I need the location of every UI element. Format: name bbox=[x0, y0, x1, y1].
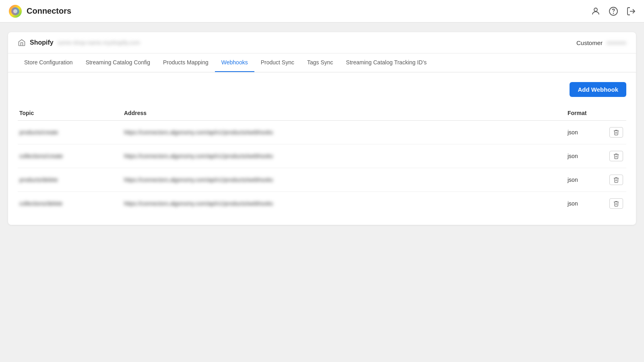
card-header-right: Customer xxxxxxx bbox=[576, 39, 626, 46]
tabs-bar: Store Configuration Streaming Catalog Co… bbox=[8, 53, 636, 72]
tab-streaming-catalog-tracking-ids[interactable]: Streaming Catalog Tracking ID's bbox=[340, 53, 433, 72]
card-header: Shopify some-shop-name.myshopify.com Cus… bbox=[8, 32, 636, 53]
home-icon[interactable] bbox=[18, 39, 26, 47]
cell-action bbox=[606, 168, 626, 192]
cell-topic: products/delete bbox=[18, 168, 122, 192]
tab-products-mapping[interactable]: Products Mapping bbox=[157, 53, 215, 72]
cell-address: https://connectors.algonomy.com/api/v1/p… bbox=[122, 168, 566, 192]
nav-left: Connectors bbox=[8, 4, 71, 19]
profile-icon[interactable] bbox=[591, 6, 601, 16]
tab-product-sync[interactable]: Product Sync bbox=[254, 53, 301, 72]
cell-format: json bbox=[566, 121, 606, 144]
col-header-action bbox=[606, 107, 626, 121]
webhooks-table: Topic Address Format products/createhttp… bbox=[18, 107, 626, 215]
table-header-row: Topic Address Format bbox=[18, 107, 626, 121]
cell-format: json bbox=[566, 192, 606, 216]
cell-address: https://connectors.algonomy.com/api/v1/p… bbox=[122, 144, 566, 168]
delete-webhook-button[interactable] bbox=[609, 198, 623, 209]
webhooks-toolbar: Add Webhook bbox=[18, 79, 626, 100]
cell-format: json bbox=[566, 168, 606, 192]
svg-point-2 bbox=[13, 9, 17, 13]
cell-action bbox=[606, 144, 626, 168]
tab-tags-sync[interactable]: Tags Sync bbox=[301, 53, 340, 72]
customer-label: Customer bbox=[576, 39, 603, 46]
tab-webhooks[interactable]: Webhooks bbox=[215, 53, 254, 72]
cell-format: json bbox=[566, 144, 606, 168]
svg-point-5 bbox=[613, 13, 614, 13]
main-area: Shopify some-shop-name.myshopify.com Cus… bbox=[0, 23, 644, 234]
col-header-address: Address bbox=[122, 107, 566, 121]
breadcrumb-sub: some-shop-name.myshopify.com bbox=[58, 39, 140, 46]
webhooks-content: Add Webhook Topic Address Format product… bbox=[8, 72, 636, 225]
tab-streaming-catalog-config[interactable]: Streaming Catalog Config bbox=[79, 53, 157, 72]
app-title: Connectors bbox=[27, 6, 71, 16]
table-row: products/createhttps://connectors.algono… bbox=[18, 121, 626, 144]
svg-point-3 bbox=[594, 8, 597, 11]
breadcrumb-shopify: Shopify bbox=[30, 39, 54, 46]
table-row: collections/deletehttps://connectors.alg… bbox=[18, 192, 626, 216]
tab-store-configuration[interactable]: Store Configuration bbox=[18, 53, 79, 72]
table-row: products/deletehttps://connectors.algono… bbox=[18, 168, 626, 192]
cell-action bbox=[606, 192, 626, 216]
nav-right bbox=[591, 6, 636, 16]
cell-topic: collections/delete bbox=[18, 192, 122, 216]
cell-address: https://connectors.algonomy.com/api/v1/p… bbox=[122, 192, 566, 216]
delete-webhook-button[interactable] bbox=[609, 127, 623, 138]
help-icon[interactable] bbox=[609, 6, 618, 16]
add-webhook-button[interactable]: Add Webhook bbox=[570, 82, 626, 97]
cell-address: https://connectors.algonomy.com/api/v1/p… bbox=[122, 121, 566, 144]
table-row: collections/createhttps://connectors.alg… bbox=[18, 144, 626, 168]
customer-value: xxxxxxx bbox=[607, 39, 626, 46]
cell-action bbox=[606, 121, 626, 144]
logout-icon[interactable] bbox=[626, 6, 636, 16]
breadcrumb: Shopify some-shop-name.myshopify.com bbox=[18, 39, 140, 47]
app-logo bbox=[8, 4, 23, 19]
delete-webhook-button[interactable] bbox=[609, 151, 623, 161]
cell-topic: collections/create bbox=[18, 144, 122, 168]
col-header-format: Format bbox=[566, 107, 606, 121]
cell-topic: products/create bbox=[18, 121, 122, 144]
col-header-topic: Topic bbox=[18, 107, 122, 121]
main-card: Shopify some-shop-name.myshopify.com Cus… bbox=[8, 32, 636, 225]
top-nav: Connectors bbox=[0, 0, 644, 23]
delete-webhook-button[interactable] bbox=[609, 175, 623, 185]
